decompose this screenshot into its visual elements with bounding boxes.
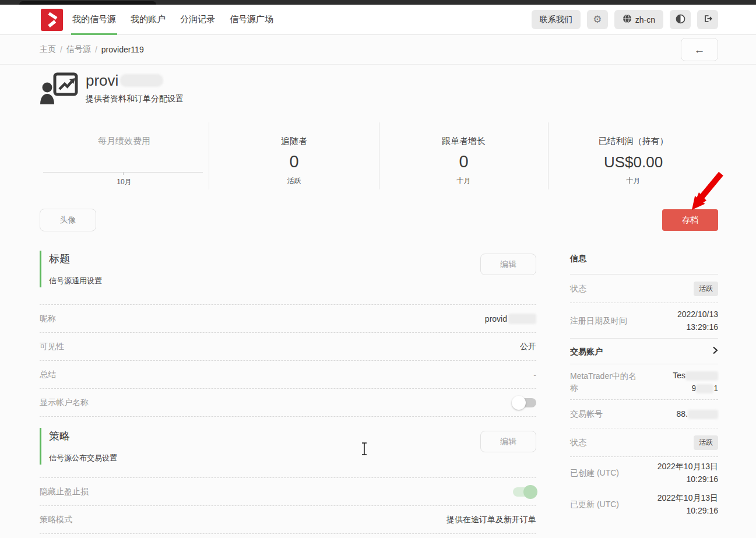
mt-name-line2-a: 9 <box>691 384 696 393</box>
mt-name-visible: Tes <box>673 371 685 380</box>
hide-tp-sl-toggle[interactable] <box>513 487 536 497</box>
back-arrow-icon: ← <box>694 44 705 55</box>
registration-time: 13:29:16 <box>687 322 719 332</box>
breadcrumb-signal-sources[interactable]: 信号源 <box>66 44 91 55</box>
provider-avatar-icon <box>40 72 78 106</box>
section-subtitle: 信号源公布交易设置 <box>49 453 536 463</box>
stats-row: 每月绩效费用 10月 追随者 0 活跃 跟单者增长 0 十月 已结利润（持有） … <box>40 122 718 189</box>
info-value: 88. <box>677 407 718 420</box>
back-button[interactable]: ← <box>681 38 718 61</box>
info-row-created: 已创建 (UTC) 2022年10月13日 10:29:16 <box>570 457 718 488</box>
browser-top-strip <box>0 0 756 5</box>
trading-account-header-row[interactable]: 交易账户 <box>570 339 718 364</box>
field-row-strategy-mode: 策略模式 提供在途订单及新开订单 <box>40 506 536 534</box>
edit-title-button[interactable]: 编辑 <box>480 254 536 275</box>
show-account-name-toggle[interactable] <box>513 398 536 407</box>
provider-title-block: provi 提供者资料和订单分配设置 <box>86 72 184 106</box>
info-value: Tes 91 <box>673 369 718 395</box>
nickname-visible: provid <box>485 314 507 323</box>
breadcrumb-row: 主页 / 信号源 / provider119 ← <box>0 35 756 65</box>
info-row-trading-account-number: 交易帐号 88. <box>570 400 718 428</box>
info-value: 2022/10/13 13:29:16 <box>677 308 718 333</box>
stat-value: US$0.00 <box>548 153 718 171</box>
status-badge: 活跃 <box>694 435 718 450</box>
breadcrumb-separator: / <box>60 45 62 54</box>
language-button[interactable]: zh-cn <box>614 10 663 29</box>
strategy-section-header: 策略 信号源公布交易设置 编辑 <box>40 428 536 465</box>
stat-settled-profit: 已结利润（持有） US$0.00 十月 <box>548 122 718 189</box>
stat-follower-growth: 跟单者增长 0 十月 <box>379 122 548 189</box>
mt-name-line2-b: 1 <box>713 384 718 393</box>
status-badge: 活跃 <box>694 282 718 296</box>
globe-icon <box>623 14 632 25</box>
main-settings-column: 标题 信号源通用设置 编辑 昵称 provid 可见性 公开 总结 - 显示帐户… <box>40 251 536 534</box>
breadcrumb: 主页 / 信号源 / provider119 <box>40 44 144 55</box>
breadcrumb-current: provider119 <box>101 45 144 54</box>
avatar-button[interactable]: 头像 <box>40 209 96 231</box>
updated-time: 10:29:16 <box>687 506 719 515</box>
info-row-registration: 注册日期及时间 2022/10/13 13:29:16 <box>570 303 718 339</box>
created-date: 2022年10月13日 <box>657 462 718 471</box>
field-row-show-account-name: 显示帐户名称 <box>40 389 536 417</box>
mini-chart-axis-label: 10月 <box>40 177 209 187</box>
title-section-rows: 昵称 provid 可见性 公开 总结 - 显示帐户名称 <box>40 304 536 417</box>
field-row-visibility: 可见性 公开 <box>40 333 536 361</box>
info-label: 状态 <box>570 437 586 448</box>
contrast-icon <box>676 14 685 26</box>
updated-date: 2022年10月13日 <box>657 493 718 502</box>
field-value: - <box>533 370 536 379</box>
gear-icon: ⚙ <box>593 15 602 24</box>
info-row-account-status: 状态 活跃 <box>570 428 718 457</box>
info-label: 已更新 (UTC) <box>570 498 619 510</box>
title-section-header: 标题 信号源通用设置 编辑 <box>40 251 536 287</box>
stat-sub: 十月 <box>548 176 718 186</box>
registration-date: 2022/10/13 <box>677 310 718 319</box>
nav-profit-share-records[interactable]: 分润记录 <box>180 5 215 34</box>
section-title: 策略 <box>49 429 536 443</box>
stat-sub: 活跃 <box>209 176 379 186</box>
archive-button[interactable]: 存档 <box>662 209 718 231</box>
contact-us-button[interactable]: 联系我们 <box>532 10 581 29</box>
stat-sub: 十月 <box>379 176 548 186</box>
nav-signal-marketplace[interactable]: 信号源广场 <box>230 5 273 34</box>
settings-button[interactable]: ⚙ <box>587 10 608 29</box>
stat-label: 跟单者增长 <box>379 136 548 147</box>
info-label: 已创建 (UTC) <box>570 467 619 479</box>
field-row-nickname: 昵称 provid <box>40 305 536 333</box>
nickname-redaction <box>508 314 536 324</box>
mt-name-redaction <box>685 371 718 381</box>
created-time: 10:29:16 <box>687 474 719 484</box>
field-value: provid <box>485 314 536 324</box>
field-label: 策略模式 <box>40 515 72 525</box>
info-panel-title: 信息 <box>570 251 718 275</box>
breadcrumb-separator: / <box>95 45 97 54</box>
stat-value: 0 <box>379 152 548 171</box>
app-logo-icon[interactable] <box>41 9 63 31</box>
toggle-knob <box>512 396 526 410</box>
stat-label: 追随者 <box>209 136 379 147</box>
breadcrumb-home[interactable]: 主页 <box>40 44 56 55</box>
provider-name-redaction <box>120 74 163 87</box>
stat-followers: 追随者 0 活跃 <box>209 122 379 189</box>
edit-strategy-button[interactable]: 编辑 <box>480 431 536 452</box>
nav-my-signal-sources[interactable]: 我的信号源 <box>72 5 116 34</box>
info-row-status: 状态 活跃 <box>570 275 718 303</box>
logout-button[interactable] <box>697 10 718 29</box>
mt-name-redaction <box>696 384 713 393</box>
mini-chart-axis <box>43 172 203 173</box>
nav-my-account[interactable]: 我的账户 <box>131 5 166 34</box>
theme-contrast-button[interactable] <box>670 10 691 29</box>
info-row-metatrader-name: MetaTrader中的名称 Tes 91 <box>570 364 718 400</box>
info-value: 2022年10月13日 10:29:16 <box>657 460 718 486</box>
provider-name-visible: provi <box>86 72 118 89</box>
provider-profile-header: provi 提供者资料和订单分配设置 <box>40 72 184 106</box>
field-row-summary: 总结 - <box>40 361 536 389</box>
info-label: 状态 <box>570 283 586 294</box>
strategy-section-rows: 隐藏止盈止损 策略模式 提供在途订单及新开订单 <box>40 477 536 534</box>
account-number-redaction <box>688 410 718 419</box>
chevron-right-icon <box>712 346 718 356</box>
top-navbar: 我的信号源 我的账户 分润记录 信号源广场 联系我们 ⚙ zh-cn <box>0 5 756 35</box>
info-label: 交易帐号 <box>570 408 603 420</box>
stat-label: 已结利润（持有） <box>548 136 718 147</box>
info-label: 注册日期及时间 <box>570 315 627 326</box>
